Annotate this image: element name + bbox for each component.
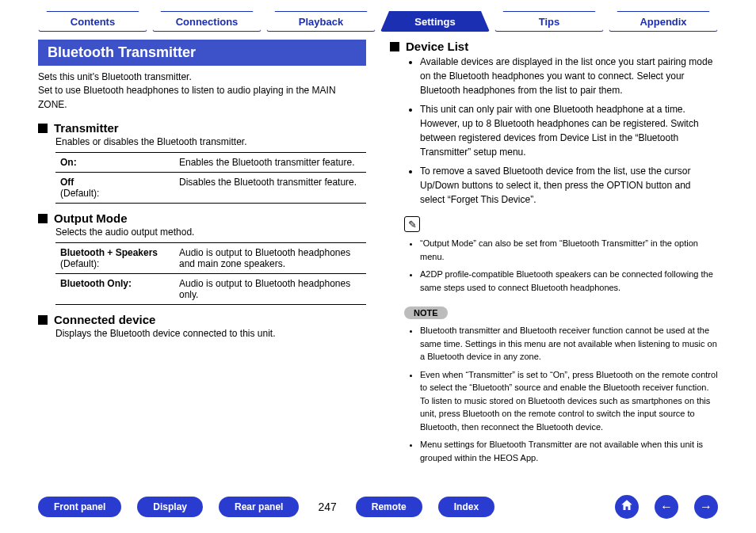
section-sub-transmitter: Enables or disables the Bluetooth transm… [55, 136, 366, 147]
display-button[interactable]: Display [137, 497, 203, 517]
table-row: Bluetooth + Speakers(Default): Audio is … [55, 243, 366, 274]
table-row: Bluetooth Only: Audio is output to Bluet… [55, 274, 366, 305]
arrow-right-icon: → [700, 500, 712, 514]
next-page-button[interactable]: → [694, 495, 718, 519]
option-value: Enables the Bluetooth transmitter featur… [174, 153, 366, 173]
list-item: This unit can only pair with one Bluetoo… [420, 102, 718, 159]
left-column: Bluetooth Transmitter Sets this unit's B… [38, 40, 366, 469]
transmitter-options-table: On: Enables the Bluetooth transmitter fe… [55, 152, 366, 204]
section-heading-label: Device List [406, 40, 468, 53]
intro-text: Sets this unit's Bluetooth transmitter. … [38, 70, 366, 112]
pencil-icon: ✎ [404, 216, 420, 232]
tab-tips[interactable]: Tips [494, 11, 604, 32]
page-title: Bluetooth Transmitter [38, 40, 366, 66]
note-bullets: Bluetooth transmitter and Bluetooth rece… [390, 324, 718, 464]
home-icon [620, 498, 634, 516]
bottom-bar: Front panel Display Rear panel 247 Remot… [0, 495, 756, 519]
square-bullet-icon [38, 315, 48, 325]
option-value: Audio is output to Bluetooth headphones … [174, 274, 366, 305]
note-label: NOTE [404, 306, 448, 319]
table-row: On: Enables the Bluetooth transmitter fe… [55, 153, 366, 173]
section-heading-connected: Connected device [38, 313, 366, 326]
section-sub-output-mode: Selects the audio output method. [55, 227, 366, 238]
prev-page-button[interactable]: ← [655, 495, 678, 519]
right-column: Device List Available devices are displa… [390, 40, 718, 469]
tab-settings[interactable]: Settings [380, 11, 490, 32]
tab-contents[interactable]: Contents [38, 11, 147, 32]
list-item: Available devices are displayed in the l… [420, 55, 718, 97]
option-default: (Default): [60, 188, 170, 199]
table-row: Off(Default): Disables the Bluetooth tra… [55, 173, 366, 204]
section-sub-connected: Displays the Bluetooth device connected … [55, 328, 366, 339]
list-item: Menu settings for Bluetooth Transmitter … [420, 438, 718, 464]
section-heading-device-list: Device List [390, 40, 718, 53]
front-panel-button[interactable]: Front panel [38, 497, 121, 517]
option-value: Disables the Bluetooth transmitter featu… [174, 173, 366, 204]
square-bullet-icon [390, 42, 399, 51]
arrow-left-icon: ← [660, 500, 673, 514]
list-item: A2DP profile-compatible Bluetooth speake… [420, 268, 718, 294]
list-item: Bluetooth transmitter and Bluetooth rece… [420, 324, 718, 364]
section-heading-label: Transmitter [54, 121, 119, 135]
option-key: Off [60, 177, 74, 188]
section-heading-label: Connected device [54, 313, 155, 326]
rear-panel-button[interactable]: Rear panel [219, 497, 299, 517]
tab-connections[interactable]: Connections [152, 11, 262, 32]
option-key: Bluetooth + Speakers [60, 247, 158, 258]
tips-bullets: “Output Mode” can also be set from “Blue… [390, 237, 718, 294]
home-button[interactable] [615, 495, 639, 519]
device-list-bullets: Available devices are displayed in the l… [390, 55, 718, 207]
option-default: (Default): [60, 258, 170, 269]
tab-appendix[interactable]: Appendix [609, 11, 718, 32]
list-item: To remove a saved Bluetooth device from … [420, 164, 718, 207]
square-bullet-icon [38, 214, 48, 223]
index-button[interactable]: Index [438, 497, 494, 517]
option-value: Audio is output to Bluetooth headphones … [174, 243, 366, 274]
section-heading-label: Output Mode [54, 211, 127, 225]
remote-button[interactable]: Remote [356, 497, 422, 517]
section-heading-transmitter: Transmitter [38, 121, 366, 135]
list-item: “Output Mode” can also be set from “Blue… [420, 237, 718, 263]
tab-playback[interactable]: Playback [266, 11, 376, 32]
square-bullet-icon [38, 124, 48, 133]
top-tab-bar: Contents Connections Playback Settings T… [0, 0, 756, 32]
section-heading-output-mode: Output Mode [38, 211, 366, 225]
option-key: On: [60, 157, 77, 168]
option-key: Bluetooth Only: [60, 278, 132, 289]
output-mode-options-table: Bluetooth + Speakers(Default): Audio is … [55, 242, 366, 305]
list-item: Even when “Transmitter” is set to “On”, … [420, 368, 718, 434]
page-number: 247 [318, 501, 336, 513]
